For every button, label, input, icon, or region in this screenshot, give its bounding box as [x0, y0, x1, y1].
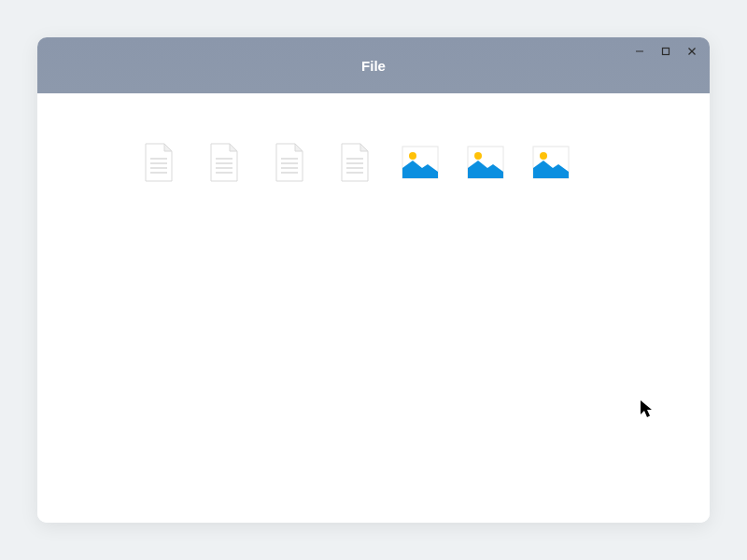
document-icon — [338, 142, 372, 183]
image-icon — [532, 146, 570, 179]
file-item[interactable] — [467, 140, 504, 185]
maximize-button[interactable] — [659, 45, 672, 58]
svg-point-23 — [474, 152, 482, 160]
svg-rect-1 — [663, 49, 669, 55]
window-controls — [633, 45, 698, 58]
file-item[interactable] — [271, 140, 308, 185]
file-item[interactable] — [402, 140, 439, 185]
minimize-button[interactable] — [633, 45, 646, 58]
file-item[interactable] — [205, 140, 243, 185]
close-button[interactable] — [685, 45, 698, 58]
window-title: File — [361, 58, 386, 74]
file-explorer-window: File — [37, 37, 710, 523]
cursor-icon — [640, 399, 655, 422]
image-icon — [402, 146, 439, 179]
titlebar: File — [37, 37, 710, 93]
file-grid — [140, 140, 607, 185]
file-item[interactable] — [336, 140, 374, 185]
close-icon — [687, 47, 697, 56]
minimize-icon — [635, 47, 644, 56]
document-icon — [207, 142, 241, 183]
document-icon — [142, 142, 176, 183]
image-icon — [467, 146, 504, 179]
document-icon — [273, 142, 306, 183]
file-item[interactable] — [532, 140, 570, 185]
file-item[interactable] — [140, 140, 177, 185]
svg-point-25 — [540, 152, 547, 160]
content-area[interactable] — [37, 93, 710, 523]
svg-point-21 — [409, 152, 416, 160]
maximize-icon — [661, 47, 670, 56]
